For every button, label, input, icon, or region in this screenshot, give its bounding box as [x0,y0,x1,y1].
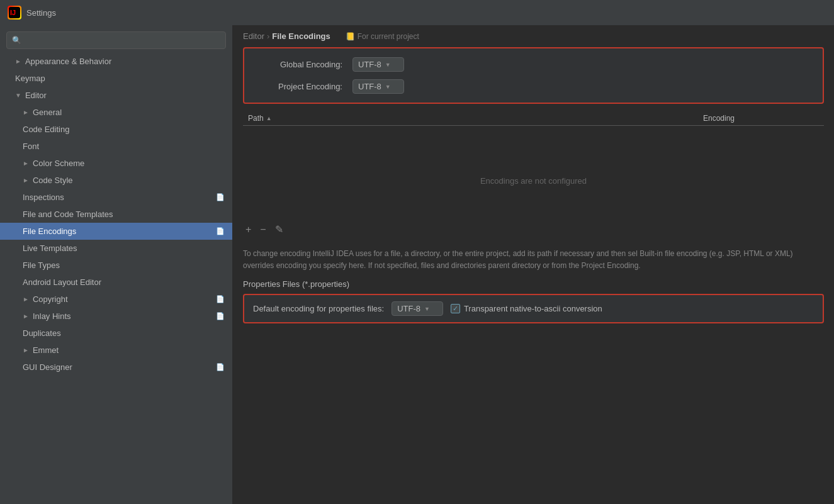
project-encoding-row: Project Encoding: UTF-8 ▼ [254,79,813,94]
for-project-label: 📒 For current project [346,32,419,41]
sidebar-item-label: Emmet [33,345,59,355]
sidebar-item-gui-designer[interactable]: GUI Designer 📄 [0,359,232,376]
sidebar-item-file-code-templates[interactable]: File and Code Templates [0,206,232,223]
sidebar-item-inlay-hints[interactable]: ► Inlay Hints 📄 [0,308,232,325]
chevron-right-icon: ► [15,58,21,65]
page-icon: 📄 [216,227,225,235]
sidebar-item-label: File Types [23,260,60,270]
properties-section-label: Properties Files (*.properties) [243,279,824,289]
sidebar-item-label: File Encodings [23,227,76,236]
sidebar-item-label: Copyright [33,294,68,304]
global-encoding-dropdown[interactable]: UTF-8 ▼ [352,57,404,72]
sidebar-item-label: Code Style [33,176,73,185]
sidebar-item-editor[interactable]: ▼ Editor [0,87,232,104]
chevron-right-icon: ► [23,109,29,116]
sidebar-item-live-templates[interactable]: Live Templates [0,240,232,257]
sidebar-item-label: File and Code Templates [23,210,113,219]
sidebar-item-label: Live Templates [23,244,77,253]
sidebar-item-label: Inspections [23,193,64,202]
encodings-table: Path ▲ Encoding Encodings are not config… [243,111,824,211]
sidebar-item-label: Code Editing [23,125,69,134]
chevron-right-icon: ► [23,347,29,354]
sidebar-item-inspections[interactable]: Inspections 📄 [0,189,232,206]
table-header: Path ▲ Encoding [243,111,824,126]
chevron-right-icon: ► [23,296,29,303]
content-body: Global Encoding: UTF-8 ▼ Project Encodin… [233,47,834,504]
sidebar-item-general[interactable]: ► General [0,104,232,121]
sidebar-item-appearance[interactable]: ► Appearance & Behavior [0,53,232,70]
search-input[interactable] [25,36,220,45]
search-icon: 🔍 [12,36,21,45]
search-box[interactable]: 🔍 [6,31,226,49]
project-encoding-label: Project Encoding: [254,82,342,91]
sidebar-item-file-types[interactable]: File Types [0,257,232,274]
transparent-conversion-checkbox[interactable]: ✓ Transparent native-to-ascii conversion [451,304,602,313]
chevron-right-icon: ► [23,313,29,320]
dropdown-arrow-icon: ▼ [385,62,391,68]
remove-button[interactable]: − [257,222,268,237]
info-text: To change encoding IntelliJ IDEA uses fo… [243,248,824,272]
col-path-header: Path ▲ [243,114,698,123]
sidebar-item-font[interactable]: Font [0,138,232,155]
sidebar-item-file-encodings[interactable]: File Encodings 📄 [0,223,232,240]
dropdown-arrow-icon: ▼ [385,84,391,90]
sidebar-item-label: Inlay Hints [33,311,71,321]
for-project-icon: 📒 [346,32,355,41]
sidebar-item-label: Appearance & Behavior [25,57,111,66]
checkbox-icon: ✓ [451,304,460,313]
sort-icon: ▲ [266,115,272,121]
sidebar-item-label: Android Layout Editor [23,277,101,287]
sidebar-item-color-scheme[interactable]: ► Color Scheme [0,155,232,172]
sidebar-item-label: General [33,108,62,117]
window-title: Settings [26,8,56,18]
sidebar-item-label: Duplicates [23,328,61,338]
properties-encoding-dropdown[interactable]: UTF-8 ▼ [392,301,443,316]
sidebar-item-label: Editor [25,91,47,100]
checkbox-label: Transparent native-to-ascii conversion [464,304,602,313]
chevron-right-icon: ► [23,177,29,184]
project-encoding-dropdown[interactable]: UTF-8 ▼ [352,79,404,94]
add-button[interactable]: + [243,222,254,237]
svg-text:IJ: IJ [10,9,16,16]
sidebar-item-label: Font [23,142,39,151]
table-toolbar: + − ✎ [243,218,824,240]
sidebar-item-label: Color Scheme [33,159,84,168]
page-icon: 📄 [216,363,225,371]
sidebar-item-code-editing[interactable]: Code Editing [0,121,232,138]
dropdown-arrow-icon: ▼ [424,306,430,312]
table-empty-message: Encodings are not configured [243,126,824,211]
properties-enc-label: Default encoding for properties files: [253,304,384,313]
global-encoding-label: Global Encoding: [254,60,342,69]
sidebar-item-android-layout[interactable]: Android Layout Editor [0,274,232,291]
properties-encoding-value: UTF-8 [397,304,420,313]
sidebar-item-code-style[interactable]: ► Code Style [0,172,232,189]
properties-section: Properties Files (*.properties) Default … [243,279,824,323]
sidebar-item-duplicates[interactable]: Duplicates [0,325,232,342]
content-area: Editor › File Encodings 📒 For current pr… [233,25,834,504]
title-bar: IJ Settings [0,0,834,25]
breadcrumb-sep: › [267,31,269,41]
sidebar-item-copyright[interactable]: ► Copyright 📄 [0,291,232,308]
col-encoding-header: Encoding [698,114,824,123]
sidebar-item-label: Keymap [15,74,45,83]
chevron-right-icon: ► [23,160,29,167]
edit-button[interactable]: ✎ [273,222,286,237]
properties-encoding-box: Default encoding for properties files: U… [243,294,824,323]
sidebar: 🔍 ► Appearance & Behavior Keymap ▼ Edito… [0,25,233,504]
chevron-down-icon: ▼ [15,92,21,99]
page-icon: 📄 [216,193,225,201]
app-logo: IJ [8,6,21,20]
page-icon: 📄 [216,295,225,303]
global-encoding-value: UTF-8 [358,60,381,69]
page-icon: 📄 [216,312,225,320]
project-encoding-value: UTF-8 [358,82,381,91]
breadcrumb: Editor › File Encodings 📒 For current pr… [233,25,834,47]
breadcrumb-part1: Editor [243,31,264,41]
encoding-section: Global Encoding: UTF-8 ▼ Project Encodin… [243,47,824,104]
global-encoding-row: Global Encoding: UTF-8 ▼ [254,57,813,72]
breadcrumb-part2: File Encodings [272,31,330,41]
sidebar-item-emmet[interactable]: ► Emmet [0,342,232,359]
sidebar-item-label: GUI Designer [23,362,72,372]
sidebar-item-keymap[interactable]: Keymap [0,70,232,87]
